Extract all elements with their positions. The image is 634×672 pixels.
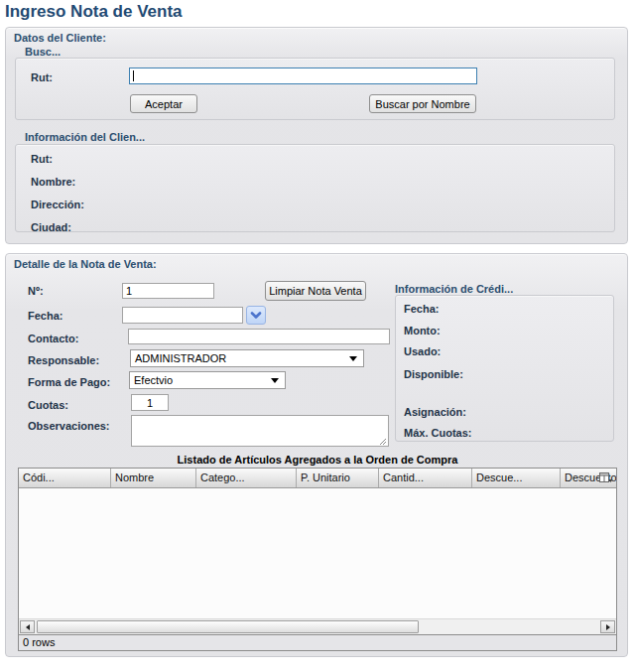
contacto-input[interactable] [128, 329, 390, 344]
credito-disponible-label: Disponible: [404, 368, 463, 380]
cliente-rut-label: Rut: [31, 153, 53, 165]
buscar-por-nombre-button[interactable]: Buscar por Nombre [369, 94, 476, 113]
credito-asignacion-label: Asignación: [404, 406, 466, 418]
detalle-nota-venta-panel: Detalle de la Nota de Venta: Nº: Limpiar… [5, 253, 628, 657]
detalle-header: Detalle de la Nota de Venta: [14, 258, 157, 270]
datos-cliente-header: Datos del Cliente: [14, 32, 106, 44]
arrow-right-icon [606, 624, 610, 630]
rut-input[interactable] [129, 67, 477, 84]
page-title: Ingreso Nota de Venta [5, 2, 183, 22]
credito-usado-label: Usado: [404, 345, 441, 357]
column-header-categoria[interactable]: Catego... [196, 469, 297, 487]
column-header-nombre[interactable]: Nombre [111, 469, 196, 487]
observaciones-label: Observaciones: [28, 420, 110, 432]
cuotas-input[interactable] [131, 394, 169, 411]
scrollbar-thumb[interactable] [37, 620, 419, 633]
grid-row-count-status: 0 rows [19, 634, 616, 650]
buscar-section-header: Busc... [25, 46, 61, 58]
text-cursor [133, 70, 134, 81]
credito-monto-label: Monto: [404, 325, 441, 336]
cliente-ciudad-label: Ciudad: [31, 221, 71, 233]
caret-down-icon [349, 356, 357, 361]
forma-pago-selected-value: Efectvio [134, 374, 173, 386]
info-cliente-box: Rut: Nombre: Dirección: Ciudad: [15, 144, 615, 232]
contacto-label: Contacto: [28, 333, 78, 344]
ingreso-nota-venta-page: Ingreso Nota de Venta Datos del Cliente:… [0, 0, 634, 672]
column-header-cantidad[interactable]: Cantid... [379, 469, 472, 487]
grid-title: Listado de Artículos Agregados a la Orde… [18, 454, 617, 466]
credito-section-header: Información de Crédi... [395, 283, 513, 295]
aceptar-button[interactable]: Aceptar [130, 94, 197, 113]
forma-pago-select[interactable]: Efectvio [129, 371, 286, 389]
responsable-selected-value: ADMINISTRADOR [135, 352, 226, 364]
cuotas-label: Cuotas: [28, 399, 68, 411]
limpiar-nota-venta-button[interactable]: Limpiar Nota Venta [265, 281, 366, 301]
cliente-direccion-label: Dirección: [31, 199, 84, 210]
credito-box: Fecha: Monto: Usado: Disponible: Asignac… [395, 295, 614, 442]
column-header-descuento1[interactable]: Descue... [472, 469, 561, 487]
column-header-descuento2[interactable]: Descuento [561, 469, 616, 487]
scroll-left-button[interactable] [20, 620, 35, 633]
grid-header-row: Códi... Nombre Catego... P. Unitario Can… [19, 469, 616, 488]
numero-label: Nº: [28, 285, 44, 297]
column-header-codigo[interactable]: Códi... [19, 469, 111, 487]
observaciones-textarea[interactable] [131, 415, 389, 447]
caret-down-icon [271, 378, 279, 383]
chevron-down-icon [250, 312, 262, 320]
grid-columns-icon[interactable] [599, 471, 613, 484]
fecha-input[interactable] [122, 307, 243, 324]
responsable-select[interactable]: ADMINISTRADOR [130, 349, 364, 367]
responsable-label: Responsable: [28, 354, 99, 366]
horizontal-scrollbar[interactable] [19, 618, 616, 634]
datos-cliente-panel: Datos del Cliente: Busc... Rut: Aceptar … [5, 27, 628, 244]
info-cliente-section-header: Información del Clien... [25, 131, 145, 143]
arrow-left-icon [26, 624, 30, 630]
scroll-right-button[interactable] [600, 620, 615, 633]
forma-pago-label: Forma de Pago: [28, 376, 110, 388]
resize-grip-icon[interactable] [378, 437, 387, 446]
column-header-p-unitario[interactable]: P. Unitario [297, 469, 379, 487]
rut-search-label: Rut: [31, 71, 53, 83]
fecha-dropdown-button[interactable] [246, 306, 266, 325]
buscar-box: Rut: Aceptar Buscar por Nombre [15, 58, 615, 120]
grid-body-empty[interactable] [19, 488, 616, 618]
credito-max-cuotas-label: Máx. Cuotas: [404, 427, 471, 439]
cliente-nombre-label: Nombre: [31, 176, 75, 188]
articulos-grid: Códi... Nombre Catego... P. Unitario Can… [18, 468, 617, 651]
credito-fecha-label: Fecha: [404, 303, 439, 315]
numero-input[interactable] [122, 283, 214, 299]
fecha-label: Fecha: [28, 310, 63, 322]
